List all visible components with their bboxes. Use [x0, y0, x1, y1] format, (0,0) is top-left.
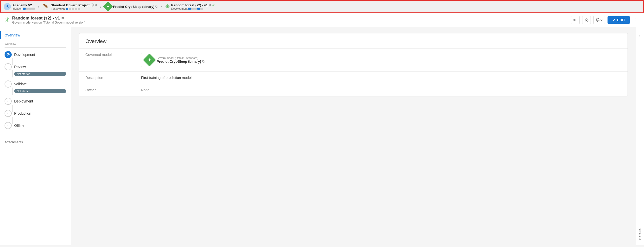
main-layout: Overview Workflow Development [0, 27, 644, 245]
sidebar-nav: Overview Workflow Development [0, 27, 71, 150]
attachments-label: Attachments [5, 140, 23, 144]
predict-cryo-title: Predict CryoSleep (binary) [113, 5, 154, 9]
step-label-production: Production [14, 111, 31, 115]
step-label-review: Review [14, 65, 26, 69]
workflow-section-label: Workflow [0, 39, 71, 46]
page-title-text: Random forest (s2) - v1 [12, 16, 60, 21]
description-label: Description [85, 76, 141, 80]
step-circle-deployment: ··· [5, 98, 12, 105]
svg-point-1 [576, 18, 577, 19]
step-line-validate [12, 88, 13, 95]
owner-label: Owner [85, 88, 141, 92]
header-title-block: Random forest (s2) - v1 ⧉ Govern model v… [12, 16, 85, 24]
more-options-button[interactable]: ⋮ [632, 17, 639, 23]
svg-text:+: + [587, 20, 588, 22]
attachments-section[interactable]: Attachments [0, 138, 71, 146]
predict-cryo-icon: ✦ [103, 2, 113, 12]
overview-nav-label: Overview [5, 33, 20, 37]
share-button[interactable] [571, 16, 580, 24]
workflow-step-validate[interactable]: ··· Validate [5, 79, 66, 89]
notification-button[interactable] [593, 16, 605, 24]
step-label-development: Development [14, 53, 35, 57]
workflow-step-review[interactable]: ··· Review [5, 62, 66, 72]
random-forest-icon: ✳ [165, 3, 170, 10]
step-label-validate: Validate [14, 82, 27, 86]
owner-value: None [141, 88, 621, 92]
svg-point-3 [574, 19, 575, 20]
academy-icon [4, 3, 11, 10]
breadcrumb-item-standard-govern[interactable]: 🪶 Standard Govern Project ⓘ ⧉ Exploratio… [42, 3, 97, 10]
user-icon-button[interactable]: + [582, 16, 591, 24]
workflow-steps: Development ··· Review Not started ··· [0, 49, 71, 132]
step-circle-review: ··· [5, 63, 12, 70]
overview-card: Overview Governed model ✦ Govern model (… [79, 33, 628, 96]
page-subtitle: Govern model version (Tutorial Govern mo… [12, 21, 85, 24]
step-circle-validate: ··· [5, 80, 12, 88]
random-forest-progress [188, 8, 203, 10]
governed-model-diamond-icon: ✦ [143, 54, 156, 67]
predict-cryo-text: Predict CryoSleep (binary) ⧉ [113, 5, 158, 9]
breadcrumb-item-academy[interactable]: Academy V2 Ideation [4, 3, 35, 10]
step-circle-offline: ··· [5, 122, 12, 129]
standard-govern-link-icon[interactable]: ⧉ [95, 3, 97, 7]
standard-govern-subtitle: Exploration [51, 7, 97, 10]
standard-govern-progress [66, 8, 80, 10]
page-header: ✳ Random forest (s2) - v1 ⧉ Govern model… [0, 13, 644, 27]
svg-point-2 [576, 21, 577, 22]
breadcrumb-item-predict-cryo[interactable]: ✦ Predict CryoSleep (binary) ⧉ [104, 3, 158, 10]
header-right: + EDIT ⋮ [571, 16, 639, 24]
random-forest-check-icon: ✔ [212, 3, 215, 7]
breadcrumb-item-random-forest[interactable]: ✳ Random forest (s2) - v1 ⧉ ✔ Developmen… [165, 3, 215, 10]
chevron-down-icon [600, 19, 603, 21]
random-forest-link-icon[interactable]: ⧉ [209, 3, 211, 7]
random-forest-text: Random forest (s2) - v1 ⧉ ✔ Development [171, 3, 215, 10]
separator-3: › [161, 4, 162, 9]
step-circle-development [5, 51, 12, 58]
separator-2: › [100, 4, 101, 9]
workflow-step-offline[interactable]: ··· Offline [5, 120, 66, 131]
workflow-step-development[interactable]: Development [5, 50, 66, 60]
back-arrow-button[interactable]: ← [636, 31, 644, 40]
random-forest-subtitle: Development [171, 7, 215, 10]
svg-line-4 [575, 19, 576, 20]
svg-point-10 [8, 54, 9, 55]
governed-model-sublabel: Govern model (Dataiku Standard) [157, 56, 204, 59]
details-label: Details [638, 228, 642, 240]
governed-model-name: Predict CryoSleep (binary) ⧉ [157, 59, 204, 64]
page-model-icon: ✳ [5, 16, 10, 24]
workflow-step-deployment[interactable]: ··· Deployment [5, 96, 66, 106]
overview-row-owner: Owner None [79, 84, 628, 96]
step-label-offline: Offline [14, 124, 24, 128]
breadcrumb-bar: Academy V2 Ideation › 🪶 Standard Govern … [0, 0, 644, 13]
governed-model-value: ✦ Govern model (Dataiku Standard) Predic… [141, 53, 621, 67]
review-status-badge: Not started [14, 72, 66, 76]
academy-title: Academy V2 [12, 3, 35, 7]
description-value: First training of prediction model. [141, 76, 621, 80]
header-left: ✳ Random forest (s2) - v1 ⧉ Govern model… [5, 16, 85, 24]
edit-button[interactable]: EDIT [608, 16, 630, 24]
validate-status-badge: Not started [14, 89, 66, 93]
workflow-step-production[interactable]: ··· Production [5, 108, 66, 118]
step-line-review [12, 70, 13, 77]
governed-model-link-icon[interactable]: ⧉ [202, 60, 204, 63]
standard-govern-icon: 🪶 [42, 3, 49, 10]
academy-subtitle: Ideation [12, 7, 35, 10]
overview-row-description: Description First training of prediction… [79, 71, 628, 84]
step-label-deployment: Deployment [14, 99, 33, 103]
academy-text: Academy V2 Ideation [12, 3, 35, 10]
predict-cryo-link-icon[interactable]: ⧉ [155, 5, 158, 8]
overview-row-governed-model: Governed model ✦ Govern model (Dataiku S… [79, 48, 628, 71]
sidebar: Overview Workflow Development [0, 27, 71, 245]
page-title-link-icon[interactable]: ⧉ [62, 16, 64, 20]
standard-govern-title: Standard Govern Project [51, 3, 89, 7]
separator-1: › [38, 4, 39, 9]
right-panel: ← Details [636, 27, 644, 245]
governed-model-card[interactable]: ✦ Govern model (Dataiku Standard) Predic… [141, 53, 208, 67]
sidebar-item-overview[interactable]: Overview [0, 31, 71, 39]
academy-progress [23, 8, 35, 10]
svg-line-5 [575, 20, 576, 21]
standard-govern-info-icon[interactable]: ⓘ [91, 3, 94, 7]
governed-model-card-text: Govern model (Dataiku Standard) Predict … [157, 56, 204, 64]
edit-button-label: EDIT [617, 18, 625, 22]
page-title: Random forest (s2) - v1 ⧉ [12, 16, 85, 21]
